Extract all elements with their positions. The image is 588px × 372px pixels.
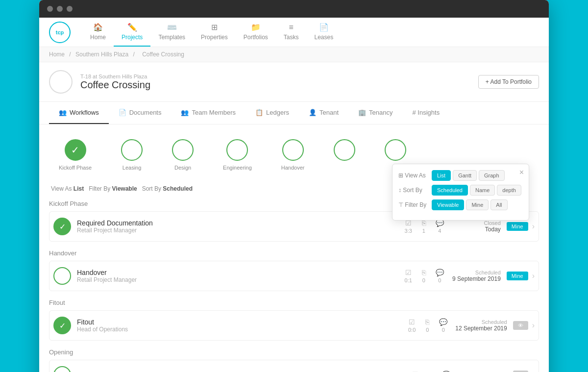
task-role: Head of Operations bbox=[77, 326, 408, 333]
task-row-store-opening: Store Opening ☑ ⎘ 💬 Scheduled bbox=[49, 360, 539, 372]
status-label: Closed bbox=[452, 220, 501, 226]
tab-team-members[interactable]: 👥 Team Members bbox=[171, 102, 245, 124]
sort-name-btn[interactable]: Name bbox=[470, 185, 495, 196]
popup-sort-row: ↕ Sort By Scheduled Name depth bbox=[398, 185, 523, 196]
tab-workflows[interactable]: 👥 Workflows bbox=[49, 102, 109, 124]
checks-meta: ☑ 0:0 bbox=[408, 318, 416, 333]
checks-meta: ☑ 0:1 bbox=[405, 269, 412, 283]
project-info: T-18 at Southern Hills Plaza Coffee Cros… bbox=[80, 74, 470, 91]
filter-viewable-btn[interactable]: Viewable bbox=[432, 199, 464, 210]
wf-design[interactable]: Design bbox=[172, 139, 194, 171]
breadcrumb-home[interactable]: Home bbox=[49, 51, 65, 58]
checks-meta: ☑ 3:3 bbox=[405, 219, 412, 234]
popup-filter-row: ⊤ Filter By Viewable Mine All bbox=[398, 199, 523, 210]
task-meta: ☑ 0:0 ⎘ 0 💬 0 bbox=[408, 318, 447, 333]
tab-insights[interactable]: # Insights bbox=[403, 102, 450, 124]
workflows-icon: 👥 bbox=[59, 109, 67, 116]
tab-tenant[interactable]: 👤 Tenant bbox=[299, 102, 348, 124]
task-name: Required Documentation bbox=[77, 219, 405, 227]
view-as-label: View As bbox=[51, 185, 74, 192]
add-portfolio-button[interactable]: + Add To Portfolio bbox=[478, 75, 539, 89]
logo[interactable]: tcp bbox=[49, 22, 71, 43]
comments-meta: 💬 4 bbox=[436, 219, 444, 234]
project-avatar bbox=[49, 70, 73, 94]
checks-value: 0:1 bbox=[405, 277, 412, 283]
sort-depth-btn[interactable]: depth bbox=[497, 185, 521, 196]
kickoff-label: Kickoff Phase bbox=[59, 165, 92, 171]
section-handover-header: Handover bbox=[49, 249, 539, 257]
copies-value: 0 bbox=[422, 277, 425, 283]
nav-label-portfolios: Portfolios bbox=[244, 34, 268, 41]
filter-mine-btn[interactable]: Mine bbox=[466, 199, 489, 210]
check-icon: ✓ bbox=[59, 222, 66, 231]
copies-value: 0 bbox=[426, 327, 429, 333]
copy-icon: ⎘ bbox=[422, 269, 426, 276]
nav-item-templates[interactable]: ⌨️ Templates bbox=[150, 18, 193, 47]
task-tag-mine: Mine bbox=[507, 272, 528, 280]
popup-sort-options: Scheduled Name depth bbox=[432, 185, 523, 196]
browser-window: tcp 🏠 Home ✏️ Projects ⌨️ Templates ⊞ Pr… bbox=[39, 0, 549, 372]
nav-item-properties[interactable]: ⊞ Properties bbox=[193, 18, 236, 47]
browser-chrome bbox=[39, 0, 549, 18]
task-status: Closed Today bbox=[452, 220, 501, 233]
popup-view-options: List Gantt Graph bbox=[432, 170, 523, 181]
checks-value: 0:0 bbox=[408, 327, 416, 333]
breadcrumb-plaza[interactable]: Southern Hills Plaza bbox=[75, 51, 128, 58]
status-label: Scheduled bbox=[452, 270, 501, 275]
wf-handover[interactable]: Handover bbox=[281, 139, 305, 171]
filter-icon: ⊤ bbox=[398, 201, 403, 208]
check-icon: ✓ bbox=[59, 321, 66, 330]
filter-by-value: Viewable bbox=[112, 185, 137, 192]
chevron-right-icon[interactable]: › bbox=[532, 222, 535, 231]
sort-by-label: Sort By bbox=[142, 185, 163, 192]
close-icon[interactable]: × bbox=[519, 168, 524, 177]
wf-phase6[interactable] bbox=[334, 139, 355, 171]
nav-item-tasks[interactable]: ≡ Tasks bbox=[276, 18, 307, 47]
sort-icon: ↕ bbox=[398, 187, 401, 194]
status-date: 12 September 2019 bbox=[455, 325, 507, 332]
wf-engineering[interactable]: Engineering bbox=[223, 139, 252, 171]
breadcrumb-sep2: / bbox=[133, 51, 134, 58]
view-graph-btn[interactable]: Graph bbox=[479, 170, 505, 181]
breadcrumb: Home / Southern Hills Plaza / Coffee Cro… bbox=[39, 47, 549, 62]
grid-icon: ⊞ bbox=[398, 172, 403, 179]
documents-icon: 📄 bbox=[119, 109, 126, 116]
team-icon: 👥 bbox=[181, 109, 189, 116]
tab-documents[interactable]: 📄 Documents bbox=[109, 102, 172, 124]
task-row-fitout: ✓ Fitout Head of Operations ☑ 0:0 ⎘ 0 💬 … bbox=[49, 310, 539, 341]
nav-item-home[interactable]: 🏠 Home bbox=[82, 18, 114, 47]
handover-label: Handover bbox=[281, 165, 305, 171]
task-status: Scheduled 12 September 2019 bbox=[455, 319, 507, 332]
tab-tenancy[interactable]: 🏢 Tenancy bbox=[348, 102, 402, 124]
handover-circle bbox=[282, 139, 304, 161]
project-title: Coffee Crossing bbox=[80, 79, 470, 91]
status-date: 9 September 2019 bbox=[452, 275, 501, 282]
tasks-icon: ≡ bbox=[289, 23, 293, 32]
filter-all-btn[interactable]: All bbox=[490, 199, 507, 210]
view-list-btn[interactable]: List bbox=[432, 170, 451, 181]
checkbox-icon: ☑ bbox=[405, 269, 412, 276]
task-role: Retail Project Manager bbox=[77, 276, 405, 283]
checkbox-icon: ☑ bbox=[409, 318, 415, 326]
comments-meta: 💬 0 bbox=[439, 318, 447, 333]
phase6-circle bbox=[334, 139, 355, 161]
task-circle-filled: ✓ bbox=[53, 218, 71, 235]
sort-scheduled-btn[interactable]: Scheduled bbox=[432, 185, 468, 196]
engineering-circle bbox=[226, 139, 248, 161]
nav-item-leases[interactable]: 📄 Leases bbox=[307, 18, 342, 47]
view-options-popup: × ⊞ View As List Gantt Graph ↕ Sort By bbox=[392, 164, 529, 221]
nav-item-portfolios[interactable]: 📁 Portfolios bbox=[236, 18, 276, 47]
task-meta: ☑ 0:1 ⎘ 0 💬 0 bbox=[405, 269, 444, 283]
popup-filter-label: ⊤ Filter By bbox=[398, 201, 428, 208]
chevron-right-icon[interactable]: › bbox=[532, 272, 535, 280]
nav-item-projects[interactable]: ✏️ Projects bbox=[114, 18, 150, 47]
popup-filter-options: Viewable Mine All bbox=[432, 199, 523, 210]
wf-leasing[interactable]: Leasing bbox=[121, 139, 143, 171]
chevron-right-icon[interactable]: › bbox=[532, 321, 535, 330]
wf-kickoff[interactable]: ✓ Kickoff Phase bbox=[59, 139, 92, 171]
design-circle bbox=[172, 139, 194, 161]
comments-value: 0 bbox=[442, 327, 445, 333]
tenancy-icon: 🏢 bbox=[358, 109, 366, 116]
view-gantt-btn[interactable]: Gantt bbox=[453, 170, 477, 181]
tab-ledgers[interactable]: 📋 Ledgers bbox=[245, 102, 299, 124]
